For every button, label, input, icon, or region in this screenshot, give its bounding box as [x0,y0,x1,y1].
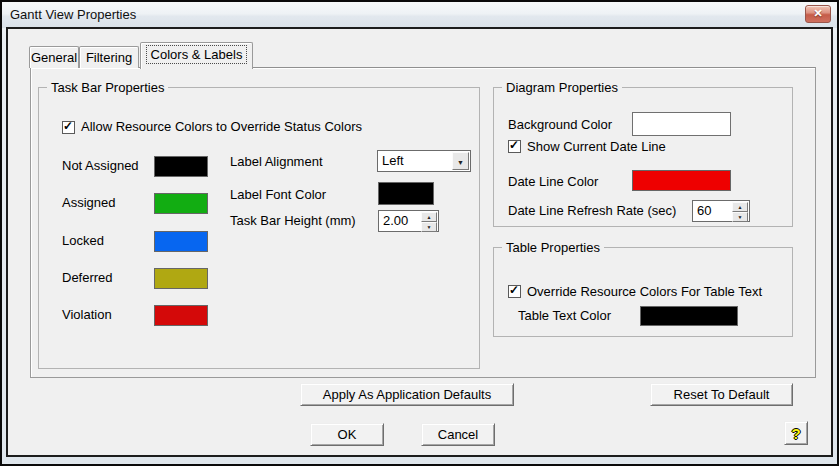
status-label-violation: Violation [62,307,112,323]
group-legend: Diagram Properties [502,80,622,95]
tab-label: General [31,50,77,65]
label-alignment-value: Left [382,153,404,169]
status-label-not-assigned: Not Assigned [62,158,139,174]
date-line-color-label: Date Line Color [508,174,598,190]
assigned-color-swatch[interactable] [154,193,208,214]
tab-general[interactable]: General [29,46,79,68]
date-line-color-swatch[interactable] [632,170,731,191]
spin-down-icon[interactable]: ▼ [421,222,437,232]
apply-as-application-defaults-button[interactable]: Apply As Application Defaults [300,383,514,406]
locked-color-swatch[interactable] [154,231,208,252]
status-label-deferred: Deferred [62,270,113,286]
label-alignment-label: Label Alignment [230,154,323,170]
help-button[interactable]: ? [784,421,808,445]
status-label-locked: Locked [62,233,104,249]
check-icon: ✓ [509,283,519,297]
check-icon: ✓ [509,138,519,152]
status-label-assigned: Assigned [62,195,115,211]
refresh-rate-label: Date Line Refresh Rate (sec) [508,203,676,219]
task-bar-height-value[interactable]: 2.00 [383,213,408,229]
tab-label: Filtering [86,50,132,65]
table-text-color-swatch[interactable] [640,306,738,326]
close-button[interactable]: ✕ [805,5,831,23]
chevron-down-icon: ▼ [457,159,464,166]
label-alignment-select[interactable]: Left ▼ [377,150,471,172]
dialog-window: Gantt View Properties ✕ General Filterin… [0,0,839,466]
deferred-color-swatch[interactable] [154,268,208,289]
spinner-buttons: ▲ ▼ [732,202,748,220]
dialog-client-area: General Filtering Colors & Labels Task B… [6,27,833,457]
table-text-color-label: Table Text Color [518,308,611,324]
not-assigned-color-swatch[interactable] [154,156,208,177]
reset-to-default-button[interactable]: Reset To Default [650,383,793,406]
show-date-line-label: Show Current Date Line [527,139,666,155]
task-bar-height-label: Task Bar Height (mm) [230,213,356,229]
group-legend: Table Properties [502,240,604,255]
override-table-text-label: Override Resource Colors For Table Text [527,284,762,300]
background-color-label: Background Color [508,117,612,133]
tab-colors-labels[interactable]: Colors & Labels [140,42,253,69]
spinner-buttons: ▲ ▼ [421,212,437,230]
title-bar[interactable]: Gantt View Properties ✕ [2,2,837,28]
refresh-rate-value[interactable]: 60 [697,203,711,219]
help-icon: ? [791,425,800,442]
allow-resource-colors-label: Allow Resource Colors to Override Status… [81,119,362,135]
tab-filtering[interactable]: Filtering [79,46,139,68]
show-date-line-checkbox[interactable]: ✓ [508,140,521,153]
ok-button[interactable]: OK [310,423,384,446]
spin-up-icon[interactable]: ▲ [421,212,437,222]
group-legend: Task Bar Properties [47,80,168,95]
violation-color-swatch[interactable] [154,305,208,326]
window-title: Gantt View Properties [10,7,136,22]
task-bar-height-spinner[interactable]: 2.00 ▲ ▼ [378,210,439,232]
allow-resource-colors-checkbox[interactable]: ✓ [62,121,75,134]
spin-down-icon[interactable]: ▼ [732,212,748,222]
close-icon: ✕ [806,7,830,20]
tab-label: Colors & Labels [147,46,247,63]
refresh-rate-spinner[interactable]: 60 ▲ ▼ [692,200,750,222]
label-font-color-swatch[interactable] [378,182,434,205]
combo-dropdown-button[interactable]: ▼ [452,152,469,170]
check-icon: ✓ [63,119,73,133]
cancel-button[interactable]: Cancel [421,423,495,446]
override-table-text-checkbox[interactable]: ✓ [508,285,521,298]
label-font-color-label: Label Font Color [230,187,326,203]
spin-up-icon[interactable]: ▲ [732,202,748,212]
background-color-swatch[interactable] [632,112,731,136]
